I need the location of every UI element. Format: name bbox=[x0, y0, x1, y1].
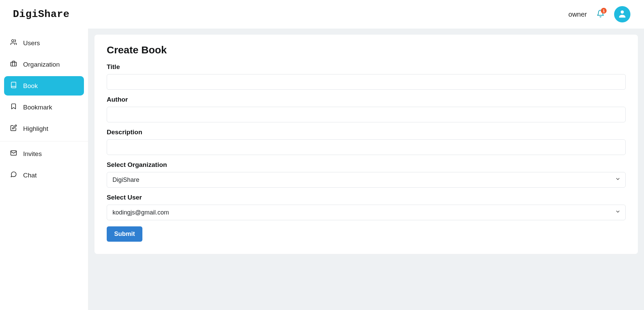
submit-button[interactable]: Submit bbox=[107, 226, 142, 242]
notification-badge: 1 bbox=[601, 8, 607, 14]
sidebar-item-users[interactable]: Users bbox=[4, 33, 84, 53]
bookmark-icon bbox=[10, 103, 17, 111]
form-card: Create Book Title Author Description Sel… bbox=[94, 35, 638, 254]
message-icon bbox=[10, 171, 17, 179]
sidebar-item-label: Users bbox=[23, 39, 40, 47]
chevron-down-icon bbox=[615, 176, 621, 184]
main-content: Create Book Title Author Description Sel… bbox=[88, 29, 644, 310]
author-input[interactable] bbox=[107, 107, 626, 122]
header: DigiShare owner 1 bbox=[0, 0, 644, 29]
sidebar-item-organization[interactable]: Organization bbox=[4, 55, 84, 74]
sidebar-item-invites[interactable]: Invites bbox=[4, 144, 84, 163]
svg-rect-2 bbox=[11, 62, 17, 66]
user-selected-value: kodingjs@gmail.com bbox=[112, 209, 169, 216]
organization-selected-value: DigiShare bbox=[112, 176, 139, 184]
users-icon bbox=[10, 39, 17, 47]
brand-logo[interactable]: DigiShare bbox=[13, 8, 70, 20]
organization-select[interactable]: DigiShare bbox=[107, 172, 626, 188]
title-input[interactable] bbox=[107, 74, 626, 90]
sidebar-item-label: Invites bbox=[23, 150, 42, 158]
user-label: Select User bbox=[107, 194, 626, 201]
sidebar-item-book[interactable]: Book bbox=[4, 76, 84, 96]
description-label: Description bbox=[107, 128, 626, 136]
book-icon bbox=[10, 82, 17, 90]
mail-icon bbox=[10, 150, 17, 158]
sidebar-item-label: Bookmark bbox=[23, 104, 52, 111]
sidebar: Users Organization Book Bookmark bbox=[0, 29, 88, 310]
notifications-button[interactable]: 1 bbox=[596, 10, 605, 19]
header-right: owner 1 bbox=[569, 6, 630, 22]
author-label: Author bbox=[107, 96, 626, 103]
sidebar-item-label: Organization bbox=[23, 61, 60, 68]
sidebar-item-label: Book bbox=[23, 82, 38, 90]
title-label: Title bbox=[107, 63, 626, 71]
user-role: owner bbox=[569, 11, 587, 18]
page-title: Create Book bbox=[107, 44, 626, 56]
organization-label: Select Organization bbox=[107, 161, 626, 169]
briefcase-icon bbox=[10, 60, 17, 69]
sidebar-item-bookmark[interactable]: Bookmark bbox=[4, 98, 84, 117]
edit-icon bbox=[10, 124, 17, 133]
chevron-down-icon bbox=[615, 209, 621, 216]
svg-point-0 bbox=[621, 11, 624, 14]
description-input[interactable] bbox=[107, 139, 626, 155]
sidebar-item-chat[interactable]: Chat bbox=[4, 166, 84, 185]
avatar[interactable] bbox=[614, 6, 630, 22]
svg-point-1 bbox=[12, 40, 14, 42]
person-icon bbox=[617, 9, 627, 20]
sidebar-item-highlight[interactable]: Highlight bbox=[4, 119, 84, 138]
sidebar-divider bbox=[0, 141, 88, 141]
sidebar-item-label: Chat bbox=[23, 172, 37, 179]
sidebar-item-label: Highlight bbox=[23, 125, 48, 133]
user-select[interactable]: kodingjs@gmail.com bbox=[107, 205, 626, 220]
